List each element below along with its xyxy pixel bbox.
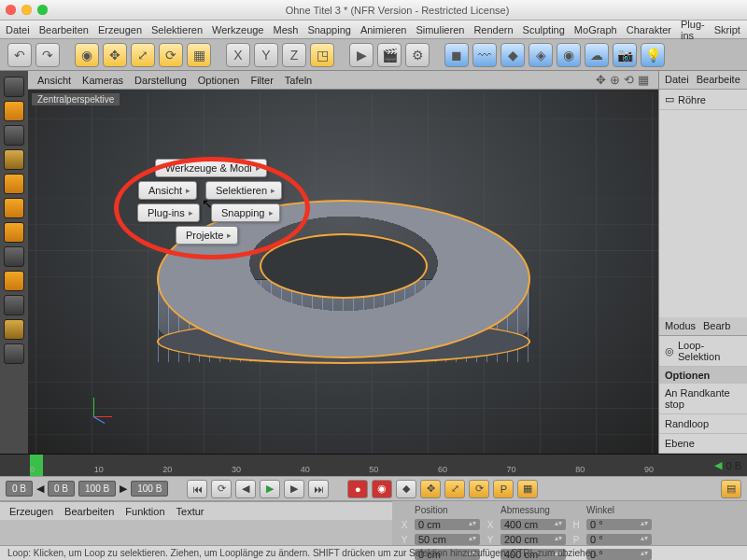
opt-randkante[interactable]: An Randkante stop — [659, 384, 747, 414]
rotate-button[interactable]: ⟳ — [159, 43, 183, 67]
ctx-plugins[interactable]: Plug-ins▸ — [137, 203, 200, 222]
generator-button[interactable]: ◆ — [500, 43, 525, 67]
view-optionen[interactable]: Optionen — [198, 75, 240, 86]
menu-selektieren[interactable]: Selektieren — [151, 24, 203, 35]
menu-datei[interactable]: Datei — [6, 24, 30, 35]
ctx-werkzeuge-modi[interactable]: Werkzeuge & Modi▸ — [155, 159, 267, 177]
tab-textur[interactable]: Textur — [176, 506, 204, 517]
prev-frame-button[interactable]: ◀ — [235, 480, 256, 498]
ctx-snapping[interactable]: Snapping▸ — [211, 203, 280, 222]
view-filter[interactable]: Filter — [250, 75, 273, 86]
render-picture-button[interactable]: 🎬 — [377, 43, 402, 67]
loop-button[interactable]: ⟳ — [211, 480, 232, 498]
workplane-button[interactable] — [4, 149, 24, 170]
nav-rotate-icon[interactable]: ⟲ — [624, 73, 634, 87]
object-row[interactable]: ▭ Röhre — [659, 90, 747, 110]
menu-bearbeiten[interactable]: Bearbeiten — [39, 24, 89, 35]
view-kameras[interactable]: Kameras — [82, 75, 123, 86]
preview-start-field[interactable]: 0 B — [6, 481, 33, 497]
menu-sculpting[interactable]: Sculpting — [523, 24, 565, 35]
coord-system-button[interactable]: ◳ — [310, 43, 334, 67]
next-frame-button[interactable]: ▶ — [284, 480, 304, 498]
workplane2-button[interactable] — [4, 295, 24, 315]
redo-button[interactable]: ↷ — [35, 43, 60, 67]
move-button[interactable]: ✥ — [103, 43, 127, 67]
close-window-icon[interactable] — [6, 5, 16, 15]
x-axis-button[interactable]: X — [226, 43, 250, 67]
menu-mograph[interactable]: MoGraph — [574, 24, 617, 35]
generator2-button[interactable]: ◈ — [529, 43, 553, 67]
ctx-selektieren[interactable]: Selektieren▸ — [205, 181, 282, 200]
view-ansicht[interactable]: Ansicht — [37, 75, 71, 86]
preview-end-field[interactable]: 100 B — [131, 481, 168, 497]
points-mode-button[interactable] — [4, 174, 24, 194]
play-button[interactable]: ▶ — [260, 480, 280, 498]
ang-p-field[interactable]: 0 °▴▾ — [586, 534, 652, 545]
autokey-button[interactable]: ◉ — [372, 480, 392, 498]
dim-y-field[interactable]: 200 cm▴▾ — [500, 534, 566, 545]
project-end-field[interactable]: 100 B — [78, 481, 116, 497]
pos-key-button[interactable]: ✥ — [420, 480, 441, 498]
layout-button[interactable]: ▤ — [721, 480, 741, 498]
current-frame-field[interactable]: 0 B — [48, 481, 75, 497]
am-tab-bearbeiten[interactable]: Bearb — [703, 320, 730, 332]
polygons-mode-button[interactable] — [4, 222, 24, 243]
goto-start-button[interactable]: ⏮ — [187, 480, 207, 498]
tab-erzeugen[interactable]: Erzeugen — [9, 506, 53, 517]
make-editable-button[interactable] — [4, 77, 24, 97]
live-select-button[interactable]: ◉ — [75, 43, 99, 67]
spline-button[interactable]: 〰 — [472, 43, 497, 67]
z-axis-button[interactable]: Z — [282, 43, 306, 67]
axis-mode-button[interactable] — [4, 246, 24, 267]
menu-skript[interactable]: Skript — [714, 24, 740, 35]
opt-ebene[interactable]: Ebene — [659, 434, 747, 454]
render-view-button[interactable]: ▶ — [349, 43, 374, 67]
model-mode-button[interactable] — [4, 101, 24, 121]
viewport-canvas[interactable]: Zentralperspektive — [28, 90, 658, 454]
menu-rendern[interactable]: Rendern — [473, 24, 513, 35]
snap-button[interactable] — [4, 271, 24, 291]
minimize-window-icon[interactable] — [21, 5, 32, 15]
pos-x-field[interactable]: 0 cm▴▾ — [415, 519, 480, 530]
texture-mode-button[interactable] — [4, 125, 24, 146]
menu-mesh[interactable]: Mesh — [273, 24, 298, 35]
menu-animieren[interactable]: Animieren — [360, 24, 407, 35]
pos-y-field[interactable]: 50 cm▴▾ — [415, 534, 480, 545]
menu-snapping[interactable]: Snapping — [307, 24, 351, 35]
rot-key-button[interactable]: ⟳ — [469, 480, 489, 498]
param-key-button[interactable]: P — [493, 480, 514, 498]
undo-button[interactable]: ↶ — [7, 43, 32, 67]
opt-randloop[interactable]: Randloop — [659, 414, 747, 434]
zoom-window-icon[interactable] — [37, 5, 48, 15]
cube-primitive-button[interactable]: ◼ — [444, 43, 469, 67]
om-tab-bearbeiten[interactable]: Bearbeite — [697, 74, 740, 86]
ctx-projekte[interactable]: Projekte▸ — [176, 226, 238, 245]
menu-erzeugen[interactable]: Erzeugen — [98, 24, 142, 35]
locked-button[interactable] — [4, 319, 24, 340]
menu-charakter[interactable]: Charakter — [627, 24, 671, 35]
scale-button[interactable]: ⤢ — [131, 43, 155, 67]
goto-end-button[interactable]: ⏭ — [308, 480, 329, 498]
light-button[interactable]: 💡 — [641, 43, 665, 67]
keyframe-sel-button[interactable]: ◆ — [396, 480, 416, 498]
deformer-button[interactable]: ◉ — [557, 43, 581, 67]
ctx-ansicht[interactable]: Ansicht▸ — [138, 181, 197, 200]
torus-object[interactable] — [157, 200, 530, 358]
viewport-solo-button[interactable] — [4, 343, 24, 364]
nav-zoom-icon[interactable]: ⊕ — [610, 73, 620, 87]
view-darstellung[interactable]: Darstellung — [134, 75, 187, 86]
view-tafeln[interactable]: Tafeln — [285, 75, 312, 86]
edges-mode-button[interactable] — [4, 198, 24, 218]
timeline-ruler[interactable]: 0102030405060708090 ◀0 B — [0, 454, 747, 476]
nav-pan-icon[interactable]: ✥ — [596, 73, 606, 87]
camera-button[interactable]: 📷 — [613, 43, 637, 67]
menu-werkzeuge[interactable]: Werkzeuge — [212, 24, 263, 35]
render-settings-button[interactable]: ⚙ — [405, 43, 430, 67]
menu-simulieren[interactable]: Simulieren — [416, 24, 464, 35]
tab-bearbeiten[interactable]: Bearbeiten — [64, 506, 114, 517]
scale-key-button[interactable]: ⤢ — [444, 480, 465, 498]
om-tab-datei[interactable]: Datei — [665, 74, 689, 86]
am-tab-modus[interactable]: Modus — [665, 320, 696, 332]
pla-key-button[interactable]: ▦ — [517, 480, 538, 498]
record-button[interactable]: ● — [347, 480, 368, 498]
